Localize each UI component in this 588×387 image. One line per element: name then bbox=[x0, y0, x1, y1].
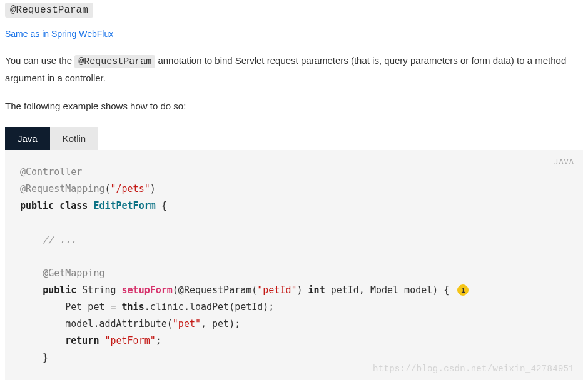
callout-marker-1: 1 bbox=[457, 284, 469, 296]
code-token: } bbox=[20, 352, 48, 363]
language-tabs: Java Kotlin bbox=[5, 127, 588, 150]
code-token: model.addAttribute( bbox=[20, 318, 173, 329]
webflux-link[interactable]: Same as in Spring WebFlux bbox=[5, 29, 583, 39]
tab-java[interactable]: Java bbox=[5, 127, 50, 150]
description-paragraph-1: You can use the @RequestParam annotation… bbox=[5, 53, 583, 86]
code-token: .clinic.loadPet(petId); bbox=[144, 301, 275, 313]
code-token: "petForm" bbox=[104, 335, 155, 346]
description-paragraph-2: The following example shows how to do so… bbox=[5, 98, 583, 114]
inline-code-requestparam: @RequestParam bbox=[74, 55, 155, 68]
code-token: Pet pet = bbox=[20, 301, 122, 313]
code-token: @RequestMapping bbox=[20, 183, 104, 194]
code-token: // ... bbox=[43, 234, 76, 245]
code-block: JAVA @Controller @RequestMapping("/pets"… bbox=[5, 150, 583, 380]
code-token: ) bbox=[297, 284, 308, 296]
watermark: https://blog.csdn.net/weixin_42784951 bbox=[373, 361, 574, 377]
para1-pre: You can use the bbox=[5, 55, 74, 66]
code-token: return bbox=[65, 335, 99, 346]
code-token: setupForm bbox=[122, 284, 173, 296]
code-token: ) bbox=[150, 183, 156, 194]
code-token: public bbox=[43, 284, 76, 296]
code-token: public bbox=[20, 200, 54, 211]
code-token: this bbox=[122, 301, 144, 313]
code-token: (@RequestParam( bbox=[173, 284, 257, 296]
code-token: petId, Model model) { bbox=[325, 284, 455, 296]
code-token: @Controller bbox=[20, 166, 82, 178]
code-content: @Controller @RequestMapping("/pets") pub… bbox=[20, 164, 568, 366]
code-token: { bbox=[156, 200, 167, 211]
code-token: "petId" bbox=[257, 284, 297, 296]
code-token: ; bbox=[156, 335, 161, 346]
code-token: int bbox=[308, 284, 325, 296]
code-token: "pet" bbox=[173, 318, 201, 329]
code-language-label: JAVA bbox=[554, 156, 574, 170]
code-token bbox=[20, 335, 65, 346]
code-token: @GetMapping bbox=[43, 268, 104, 279]
code-token: , pet); bbox=[201, 318, 240, 329]
code-token: class bbox=[59, 200, 88, 211]
code-token: "/pets" bbox=[111, 183, 150, 194]
code-token: ( bbox=[104, 183, 110, 194]
code-token: EditPetForm bbox=[93, 200, 155, 211]
tab-kotlin[interactable]: Kotlin bbox=[50, 127, 99, 150]
code-token: String bbox=[76, 284, 121, 296]
heading-annotation: @RequestParam bbox=[5, 3, 93, 18]
